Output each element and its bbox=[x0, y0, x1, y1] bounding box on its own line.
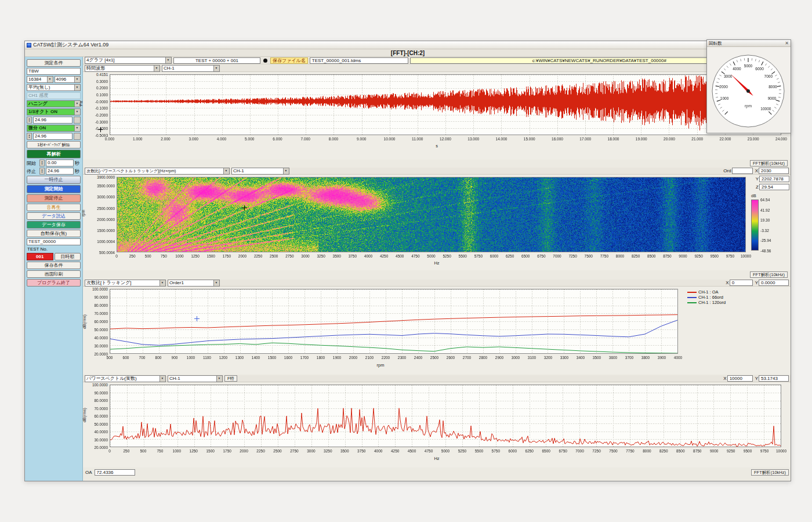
ord-value-field[interactable] bbox=[732, 168, 753, 174]
spectrum-plot[interactable] bbox=[110, 385, 781, 447]
span-field-2[interactable]: 24.96 bbox=[33, 133, 72, 140]
sidebar-button-measure-start[interactable]: 測定開始 bbox=[27, 185, 81, 193]
colorbar bbox=[751, 200, 759, 251]
spectrogram-plot[interactable] bbox=[117, 177, 746, 252]
spinner-icon[interactable] bbox=[39, 168, 45, 175]
tracking-type-select[interactable]: 次数比[トラッキング] bbox=[85, 280, 166, 287]
sidebar-button-measure-stop[interactable]: 測定停止 bbox=[27, 194, 81, 202]
fft-range-button[interactable]: FFT解析(10kHz) bbox=[750, 271, 788, 278]
sidebar-button-data-save[interactable]: データ保存 bbox=[27, 221, 81, 229]
sidebar-button-datetime-order[interactable]: 日時順 bbox=[55, 253, 81, 260]
svg-text:10000: 10000 bbox=[760, 107, 771, 111]
spectrum-channel-select[interactable]: CH-1 bbox=[168, 375, 223, 382]
x-axis-tick: 3300 bbox=[557, 356, 572, 360]
x-axis-tick: 2750 bbox=[282, 254, 297, 258]
sidebar-button-pause[interactable]: 一時停止 bbox=[27, 176, 81, 184]
x-axis-tick: 8000 bbox=[639, 449, 654, 453]
f-characteristic-button[interactable]: F特 bbox=[224, 375, 237, 382]
start-time-field[interactable]: 0.00 bbox=[46, 160, 74, 166]
span-unit-button[interactable] bbox=[74, 117, 81, 124]
cursor-marker[interactable] bbox=[242, 205, 247, 211]
window-function-select[interactable]: ハニング bbox=[27, 100, 81, 107]
gauge-window-titlebar[interactable]: 回転数 bbox=[707, 40, 791, 47]
cursor-y-value[interactable]: 53.1743 bbox=[759, 375, 789, 382]
spectrogram-type-select[interactable]: 次数比[パワースペクトルトラッキング](Hz×rpm) bbox=[85, 168, 230, 175]
y-axis-tick: 1500.0000 bbox=[83, 229, 115, 233]
x-axis-tick: 8.000 bbox=[326, 137, 341, 141]
differential-select[interactable]: 微分 ON bbox=[27, 125, 81, 132]
spinner-icon[interactable] bbox=[27, 133, 32, 140]
file-compose-field[interactable]: TEST + 00000 + 001 bbox=[173, 57, 260, 64]
fft-range-button[interactable]: FFT解析(10kHz) bbox=[751, 469, 789, 476]
cursor-x-value[interactable]: 0 bbox=[730, 280, 753, 286]
waveform-x-unit: s bbox=[83, 143, 791, 148]
spectrum-type-select[interactable]: パワースペクトル(実数) bbox=[85, 375, 166, 382]
dropdown-arrow-icon bbox=[213, 66, 219, 71]
sidebar-button-print-screen[interactable]: 画面印刷 bbox=[27, 270, 81, 278]
y-axis-tick: 0.3000 bbox=[83, 79, 108, 84]
tracking-order-select[interactable]: Order1 bbox=[168, 280, 220, 287]
span-field-1[interactable]: 24.96 bbox=[33, 117, 72, 124]
y-axis-tick: 2000.0000 bbox=[83, 217, 115, 222]
x-axis-tick: 1500 bbox=[203, 449, 218, 453]
content: 4グラフ [4x1] TEST + 00000 + 001 保存ファイル名 TE… bbox=[83, 57, 791, 481]
cursor-z-value[interactable]: 29.54 bbox=[759, 184, 789, 190]
save-file-name-field[interactable]: TEST_00000_001.tdms bbox=[310, 57, 408, 64]
test-number-field[interactable]: 001 bbox=[27, 253, 53, 260]
x-axis-tick: 16.000 bbox=[550, 137, 565, 141]
spectrogram-channel-select[interactable]: CH-1 bbox=[231, 168, 289, 175]
tracking-plot[interactable] bbox=[110, 289, 678, 354]
cursor-x-value[interactable]: 10000 bbox=[727, 375, 753, 382]
waveform-chart: Pa s 0.41510.30000.20000.1000-0.0000-0.1… bbox=[83, 72, 791, 160]
sidebar-button-overlap-release[interactable]: 1秒ｵｰﾊﾞｰﾗｯﾌﾟ解除 bbox=[27, 141, 81, 148]
x-axis-tick: 2250 bbox=[253, 449, 269, 453]
wave-channel-select[interactable]: CH-1 bbox=[162, 65, 220, 72]
cursor-marker[interactable] bbox=[194, 316, 200, 321]
sidebar-button-measure-condition[interactable]: 測定条件 bbox=[27, 59, 81, 67]
octave-select[interactable]: 1/3オクト ON bbox=[27, 108, 81, 115]
spinner-icon[interactable] bbox=[39, 160, 45, 166]
x-axis-tick: 7250 bbox=[589, 449, 604, 453]
spinner-icon[interactable] bbox=[27, 117, 32, 124]
ord-field: Ord bbox=[723, 168, 752, 174]
sidebar-button-autosave[interactable]: 自動保存(無) bbox=[27, 230, 81, 237]
x-axis-tick: 1300 bbox=[232, 356, 247, 360]
oa-value-field[interactable]: 72.4336 bbox=[95, 469, 135, 476]
y-axis-tick: 60.0000 bbox=[83, 414, 108, 418]
spectrogram-y-unit: rpm bbox=[81, 209, 85, 216]
legend-item: CH-1 : 66ord bbox=[687, 295, 726, 300]
x-axis-tick: 3500 bbox=[329, 254, 345, 258]
average-select[interactable]: 平均(無し) bbox=[27, 84, 81, 91]
cursor-y-value[interactable]: 0.0000 bbox=[759, 280, 789, 286]
fft-size-select[interactable]: 16384 bbox=[27, 76, 53, 83]
test-name-field[interactable]: TEST_00000 bbox=[27, 238, 81, 245]
y-axis-tick: -0.4000 bbox=[83, 126, 108, 130]
window-titlebar[interactable]: CATSW計測システム64 Ver1.09 bbox=[25, 41, 791, 49]
sidebar-button-data-load[interactable]: データ読込 bbox=[27, 212, 81, 220]
x-axis-tick: 5750 bbox=[488, 449, 503, 453]
graph-layout-select[interactable]: 4グラフ [4x1] bbox=[85, 57, 172, 64]
cursor-y-field: Y 53.1743 bbox=[755, 375, 789, 382]
span-unit-button[interactable] bbox=[74, 133, 81, 140]
sidebar-button-reanalyze[interactable]: 再解析 bbox=[27, 150, 81, 158]
x-axis-tick: 5250 bbox=[440, 254, 455, 258]
cursor-y-value[interactable]: 2202.7878 bbox=[759, 176, 789, 182]
x-axis-tick: 6000 bbox=[487, 254, 502, 258]
sidebar-button-save-condition[interactable]: 保存条件 bbox=[27, 262, 81, 269]
sidebar-button-program-exit[interactable]: プログラム終了 bbox=[27, 279, 81, 287]
cursor-x-value[interactable]: 2030 bbox=[759, 168, 789, 174]
tracking-x-unit: rpm bbox=[83, 362, 678, 368]
y-axis-tick: 100.0000 bbox=[83, 287, 108, 291]
fft-range-button[interactable]: FFT解析(10kHz) bbox=[750, 160, 788, 166]
close-icon[interactable] bbox=[785, 41, 789, 46]
x-axis-tick: 14.000 bbox=[494, 137, 509, 141]
sidebar-button-sound-play[interactable]: 音再生 bbox=[27, 204, 81, 211]
cursor-x-field: X 10000 bbox=[723, 375, 752, 382]
waveform-plot[interactable] bbox=[110, 74, 781, 135]
fft-lines-select[interactable]: 4096 bbox=[55, 76, 81, 83]
spectrum-chart: dB(rms) Hz 100.000090.000080.000070.0000… bbox=[83, 383, 791, 467]
wave-type-select[interactable]: 時間波形 bbox=[85, 65, 160, 72]
toolbar-spectrum: パワースペクトル(実数) CH-1 F特 X 10000 Y 53.1743 bbox=[83, 375, 791, 382]
stop-time-field[interactable]: 24.96 bbox=[46, 168, 74, 175]
x-axis-tick: 3800 bbox=[638, 356, 653, 360]
